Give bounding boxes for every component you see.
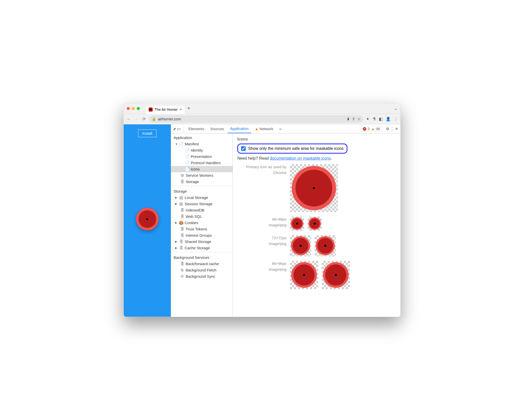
sidebar-item-service-workers[interactable]: ⚙Service Workers <box>171 172 233 179</box>
icons-panel: Icons Show only the minimum safe area fo… <box>233 133 400 317</box>
lock-icon: 🔒 <box>152 117 156 121</box>
menu-icon[interactable]: ⋮ <box>394 117 398 121</box>
device-toggle-icon[interactable]: ⫿▯ <box>177 127 181 131</box>
address-bar: ← → ⟳ 🔒 airhorner.com ⬇ ⇪ ☆ ✦ ⚗ ◧ 👤 ⋮ <box>124 114 400 124</box>
airhorn-button[interactable] <box>136 208 159 230</box>
devtools-panel: ⬈ ⫿▯ Elements Sources Application ▲Netwo… <box>171 124 400 317</box>
maskable-checkbox-label: Show only the minimum safe area for mask… <box>248 146 344 151</box>
sidebar-item-local-storage[interactable]: ▶▤Local Storage <box>171 194 233 201</box>
help-link[interactable]: documentation on maskable icons <box>270 156 331 160</box>
tab-application[interactable]: Application <box>228 124 251 133</box>
more-tabs-button[interactable]: » <box>277 125 284 133</box>
sidebar-item-interest-groups[interactable]: 🗄Interest Groups <box>171 232 233 238</box>
sidebar-item-identity[interactable]: 📄Identity <box>171 147 233 153</box>
file-icon: 📄 <box>179 142 183 146</box>
tab-sources[interactable]: Sources <box>208 125 227 133</box>
cookie-icon: 🍪 <box>179 221 183 225</box>
install-button[interactable]: Install <box>138 129 156 137</box>
sidebar-item-presentation[interactable]: 📄Presentation <box>171 153 233 160</box>
sidebar-item-bf-cache[interactable]: 🗄Back/forward cache <box>171 261 233 267</box>
url-text: airhorner.com <box>158 117 181 121</box>
group-background-services: Background Services <box>171 253 233 261</box>
help-text: Need help? Read documentation on maskabl… <box>237 156 396 161</box>
install-pwa-icon[interactable]: ⬇ <box>347 117 350 121</box>
sidebar-item-icons[interactable]: 📄Icons <box>171 166 233 172</box>
error-icon: ✕ <box>363 127 366 131</box>
file-icon: 📄 <box>185 167 189 171</box>
new-tab-button[interactable]: + <box>187 106 190 111</box>
database-icon: 🗄 <box>180 233 184 237</box>
sidebar-item-session-storage[interactable]: ▶▤Session Storage <box>171 201 233 207</box>
browser-window: The Air Horner × + ⌄ ← → ⟳ 🔒 airhorner.c… <box>123 103 401 317</box>
minimize-window-button[interactable] <box>132 107 135 110</box>
issues-counter[interactable]: ✕2 ▲85 <box>361 126 382 132</box>
file-icon: 📄 <box>185 155 189 159</box>
file-icon: 📄 <box>185 161 189 165</box>
kebab-icon[interactable]: ⋮ <box>390 127 394 131</box>
database-icon: 🗄 <box>179 246 183 250</box>
close-devtools-button[interactable]: ✕ <box>395 127 398 131</box>
tab-elements[interactable]: Elements <box>186 125 207 133</box>
sidebar-item-web-sql[interactable]: 🗄Web SQL <box>171 213 233 220</box>
sidebar-item-cache-storage[interactable]: ▶🗄Cache Storage <box>171 245 233 251</box>
inspect-icon[interactable]: ⬈ <box>173 127 176 131</box>
tab-network[interactable]: ▲Network <box>252 125 276 133</box>
sidebar-item-storage-node[interactable]: 🗄Storage <box>171 179 233 185</box>
sync-icon: ⟳ <box>180 274 184 278</box>
table-icon: ▤ <box>179 196 183 200</box>
database-icon: 🗄 <box>180 262 184 266</box>
settings-icon[interactable]: ⚙ <box>386 127 389 131</box>
icon-row-72: 72×72px image/png <box>237 235 396 256</box>
browser-tab[interactable]: The Air Horner × <box>145 105 185 114</box>
tab-dropdown-button[interactable]: ⌄ <box>394 106 397 111</box>
group-application: Application <box>171 133 233 141</box>
extensions-icon[interactable]: ✦ <box>366 117 369 121</box>
devtools-tabs: ⬈ ⫿▯ Elements Sources Application ▲Netwo… <box>171 124 400 133</box>
sidebar-item-bg-fetch[interactable]: ⇅Background Fetch <box>171 267 233 273</box>
window-controls <box>127 107 140 110</box>
back-button[interactable]: ← <box>126 117 131 121</box>
icon-preview <box>290 217 304 231</box>
reload-button[interactable]: ⟳ <box>141 117 146 121</box>
sidebar-item-indexeddb[interactable]: 🗄IndexedDB <box>171 207 233 213</box>
database-icon: 🗄 <box>180 227 184 231</box>
sidebar-item-shared-storage[interactable]: ▶🗄Shared Storage <box>171 238 233 245</box>
database-icon: 🗄 <box>180 208 184 212</box>
warning-icon: ▲ <box>371 127 375 131</box>
database-icon: 🗄 <box>180 180 184 184</box>
toolbar-icons: ✦ ⚗ ◧ 👤 ⋮ <box>366 117 398 121</box>
side-panel-icon[interactable]: ◧ <box>379 117 383 121</box>
icon-preview: .ai-inner::after{width:8px;height:8px} <box>290 164 338 212</box>
close-window-button[interactable] <box>127 107 130 110</box>
sidebar-item-trust-tokens[interactable]: 🗄Trust Tokens <box>171 226 233 232</box>
profile-icon[interactable]: 👤 <box>386 117 391 121</box>
close-tab-button[interactable]: × <box>180 107 182 112</box>
bookmark-icon[interactable]: ☆ <box>357 117 361 121</box>
favicon-icon <box>149 108 153 112</box>
omnibox[interactable]: 🔒 airhorner.com ⬇ ⇪ ☆ <box>149 115 364 123</box>
sidebar-item-protocol-handlers[interactable]: 📄Protocol Handlers <box>171 160 233 166</box>
titlebar: The Air Horner × + ⌄ <box>124 103 400 114</box>
icon-preview <box>315 235 336 256</box>
labs-icon[interactable]: ⚗ <box>372 117 376 121</box>
gear-icon: ⚙ <box>180 173 184 178</box>
database-icon: 🗄 <box>179 240 183 244</box>
icon-preview <box>322 261 350 289</box>
icon-preview <box>308 217 322 231</box>
warning-icon: ▲ <box>255 127 258 131</box>
sidebar-item-manifest[interactable]: ▼📄 Manifest <box>171 141 233 147</box>
icon-row-96: 96×96px image/png <box>237 261 396 289</box>
forward-button[interactable]: → <box>134 117 139 121</box>
maximize-window-button[interactable] <box>137 107 140 110</box>
file-icon: 📄 <box>185 148 189 152</box>
database-icon: 🗄 <box>180 215 184 219</box>
sidebar-item-cookies[interactable]: ▶🍪Cookies <box>171 220 233 226</box>
share-icon[interactable]: ⇪ <box>352 117 355 121</box>
updown-icon: ⇅ <box>180 268 184 272</box>
primary-icon-row: Primary icon as used by Chrome .ai-inner… <box>237 164 396 212</box>
icon-preview <box>290 261 318 289</box>
maskable-checkbox[interactable] <box>241 146 246 151</box>
table-icon: ▤ <box>179 202 183 206</box>
icon-preview <box>290 235 311 256</box>
sidebar-item-bg-sync[interactable]: ⟳Background Sync <box>171 273 233 279</box>
